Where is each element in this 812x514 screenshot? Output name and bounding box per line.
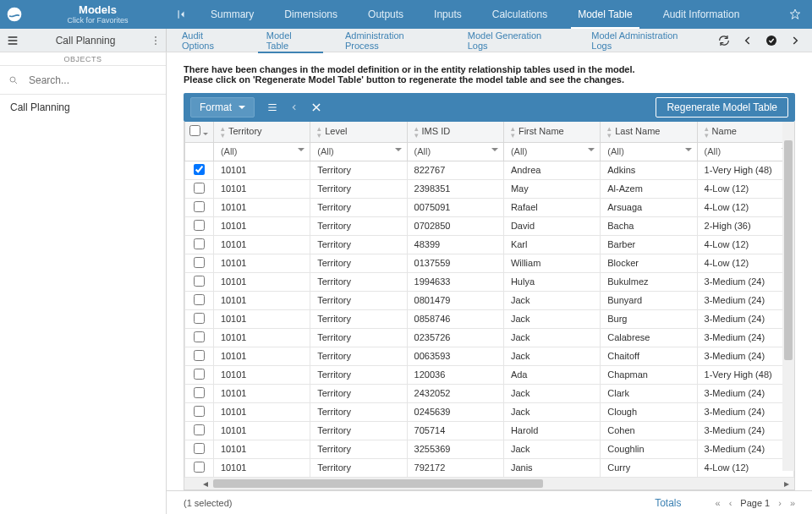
- refresh-icon[interactable]: [712, 29, 736, 52]
- top-tab-dimensions[interactable]: Dimensions: [269, 0, 353, 29]
- row-checkbox[interactable]: [185, 235, 214, 254]
- row-checkbox[interactable]: [185, 254, 214, 272]
- cell-name: 3-Medium (24): [697, 421, 793, 440]
- column-last-name[interactable]: ▴▾Last Name: [601, 122, 697, 142]
- row-checkbox[interactable]: [185, 328, 214, 347]
- table-row[interactable]: 10101Territory0801479JackBunyard3-Medium…: [185, 291, 794, 309]
- row-checkbox[interactable]: [185, 291, 214, 309]
- row-checkbox[interactable]: [185, 272, 214, 291]
- row-checkbox[interactable]: [185, 440, 214, 458]
- cell-name: 3-Medium (24): [697, 309, 793, 328]
- top-tab-outputs[interactable]: Outputs: [353, 0, 419, 29]
- search-input[interactable]: [27, 74, 157, 87]
- cell-last: Arsuaga: [601, 198, 697, 216]
- filter-name[interactable]: (All): [697, 142, 793, 161]
- cell-first: Karl: [503, 235, 600, 254]
- regenerate-button[interactable]: Regenerate Model Table: [656, 97, 788, 118]
- row-checkbox[interactable]: [185, 421, 214, 440]
- cell-territory: 10101: [213, 328, 310, 347]
- table-row[interactable]: 10101Territory1994633HulyaBukulmez3-Medi…: [185, 272, 794, 291]
- column-territory[interactable]: ▴▾Territory: [213, 122, 310, 142]
- table-row[interactable]: 10101Territory48399KarlBarber4-Low (12): [185, 235, 794, 254]
- table-row[interactable]: 10101Territory0245639JackClough3-Medium …: [185, 402, 794, 421]
- vertical-scrollbar[interactable]: [782, 122, 794, 471]
- sub-tab-model-administration-logs[interactable]: Model Administration Logs: [576, 29, 712, 52]
- chevron-left-icon[interactable]: [283, 96, 305, 118]
- format-dropdown[interactable]: Format: [190, 97, 255, 118]
- table-row[interactable]: 10101Territory2432052JackClark3-Medium (…: [185, 384, 794, 402]
- pager-first-icon[interactable]: «: [716, 498, 721, 508]
- row-checkbox[interactable]: [185, 216, 214, 235]
- table-row[interactable]: 10101Territory0075091RafaelArsuaga4-Low …: [185, 198, 794, 216]
- pager-next-icon[interactable]: ›: [778, 498, 782, 508]
- sub-tab-audit-options[interactable]: Audit Options: [167, 29, 251, 52]
- table-row[interactable]: 10101Territory705714HaroldCohen3-Medium …: [185, 421, 794, 440]
- row-checkbox[interactable]: [185, 402, 214, 421]
- column-first-name[interactable]: ▴▾First Name: [503, 122, 600, 142]
- list-view-icon[interactable]: [261, 96, 283, 118]
- filter-ims-id[interactable]: (All): [407, 142, 503, 161]
- sub-tab-model-table[interactable]: Model Table: [251, 29, 330, 52]
- regenerate-label: Regenerate Model Table: [667, 101, 777, 113]
- sub-tab-model-generation-logs[interactable]: Model Generation Logs: [453, 29, 577, 52]
- close-icon[interactable]: [305, 96, 327, 118]
- cell-level: Territory: [310, 291, 407, 309]
- pager-last-icon[interactable]: »: [790, 498, 795, 508]
- row-checkbox[interactable]: [185, 365, 214, 384]
- table-row[interactable]: 10101Territory0702850DavidBacha2-High (3…: [185, 216, 794, 235]
- hamburger-icon[interactable]: [0, 34, 25, 47]
- table-row[interactable]: 10101Territory0063593JackChaitoff3-Mediu…: [185, 347, 794, 365]
- prev-icon[interactable]: [736, 29, 760, 52]
- table-row[interactable]: 10101Territory792172JanisCurry4-Low (12): [185, 458, 794, 477]
- app-logo[interactable]: [0, 0, 29, 29]
- filter-first-name[interactable]: (All): [503, 142, 600, 161]
- row-checkbox[interactable]: [185, 198, 214, 216]
- cell-first: Jack: [503, 309, 600, 328]
- table-row[interactable]: 10101Territory0858746JackBurg3-Medium (2…: [185, 309, 794, 328]
- cell-name: 3-Medium (24): [697, 272, 793, 291]
- table-row[interactable]: 10101Territory822767AndreaAdkins1-Very H…: [185, 161, 794, 179]
- more-icon[interactable]: [145, 35, 166, 46]
- favorite-icon[interactable]: [778, 0, 812, 29]
- cell-territory: 10101: [213, 291, 310, 309]
- next-icon[interactable]: [783, 29, 807, 52]
- totals-link[interactable]: Totals: [655, 497, 681, 509]
- top-tab-calculations[interactable]: Calculations: [477, 0, 562, 29]
- table-row[interactable]: 10101Territory3255369JackCoughlin3-Mediu…: [185, 440, 794, 458]
- collapse-sidebar-icon[interactable]: [172, 0, 190, 29]
- table-row[interactable]: 10101Territory120036AdaChapman1-Very Hig…: [185, 365, 794, 384]
- table-row[interactable]: 10101Territory2398351MayAl-Azem4-Low (12…: [185, 179, 794, 198]
- row-checkbox[interactable]: [185, 384, 214, 402]
- sub-tab-administration-process[interactable]: Administration Process: [330, 29, 453, 52]
- cell-territory: 10101: [213, 402, 310, 421]
- row-checkbox[interactable]: [185, 309, 214, 328]
- top-tab-inputs[interactable]: Inputs: [419, 0, 477, 29]
- top-tab-summary[interactable]: Summary: [195, 0, 269, 29]
- top-tab-model-table[interactable]: Model Table: [562, 0, 648, 29]
- scroll-left-icon[interactable]: ◂: [198, 478, 213, 489]
- horizontal-scrollbar[interactable]: ◂ ▸: [184, 478, 794, 489]
- table-row[interactable]: 10101Territory0137559WilliamBlocker4-Low…: [185, 254, 794, 272]
- filter-last-name[interactable]: (All): [601, 142, 697, 161]
- row-checkbox[interactable]: [185, 347, 214, 365]
- top-tabs: SummaryDimensionsOutputsInputsCalculatio…: [195, 0, 778, 29]
- scroll-right-icon[interactable]: ▸: [779, 478, 794, 489]
- filter-level[interactable]: (All): [310, 142, 407, 161]
- table-row[interactable]: 10101Territory0235726JackCalabrese3-Medi…: [185, 328, 794, 347]
- cell-territory: 10101: [213, 440, 310, 458]
- header-checkbox[interactable]: [185, 122, 214, 142]
- column-name[interactable]: ▴▾Name: [697, 122, 793, 142]
- row-checkbox[interactable]: [185, 161, 214, 179]
- top-tab-audit-information[interactable]: Audit Information: [648, 0, 755, 29]
- pager-prev-icon[interactable]: ‹: [729, 498, 732, 508]
- filter-territory[interactable]: (All): [213, 142, 310, 161]
- tree-root[interactable]: Call Planning: [0, 95, 166, 120]
- check-circle-icon[interactable]: [760, 29, 783, 52]
- row-checkbox[interactable]: [185, 458, 214, 477]
- models-menu[interactable]: Models Click for Favorites: [29, 0, 167, 29]
- column-level[interactable]: ▴▾Level: [310, 122, 407, 142]
- row-checkbox[interactable]: [185, 179, 214, 198]
- scrollbar-thumb[interactable]: [213, 479, 543, 488]
- scrollbar-thumb[interactable]: [784, 140, 793, 360]
- column-ims-id[interactable]: ▴▾IMS ID: [407, 122, 503, 142]
